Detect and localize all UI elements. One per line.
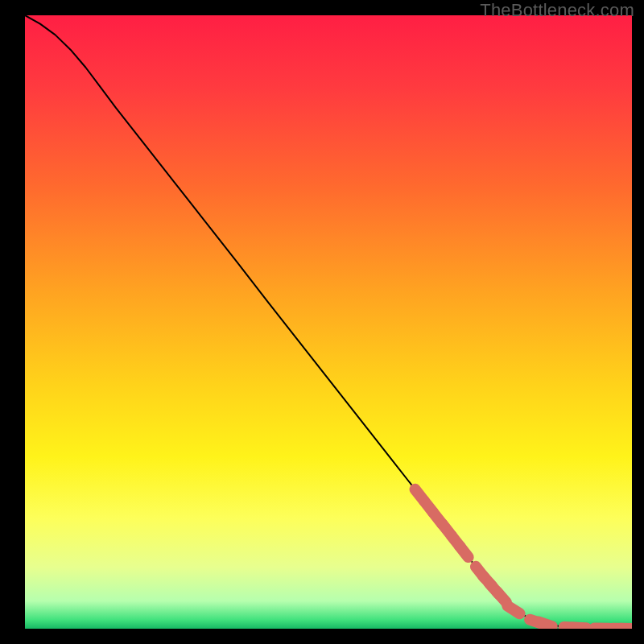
- watermark-text: TheBottleneck.com: [480, 0, 634, 21]
- chart-stage: TheBottleneck.com: [0, 0, 644, 644]
- curve-marker: [572, 627, 586, 628]
- plot-area: [25, 15, 632, 629]
- curve-marker: [460, 546, 469, 557]
- chart-svg: [25, 15, 632, 629]
- curve-marker: [497, 592, 506, 602]
- curve-marker: [539, 621, 552, 626]
- curve-marker: [507, 606, 519, 614]
